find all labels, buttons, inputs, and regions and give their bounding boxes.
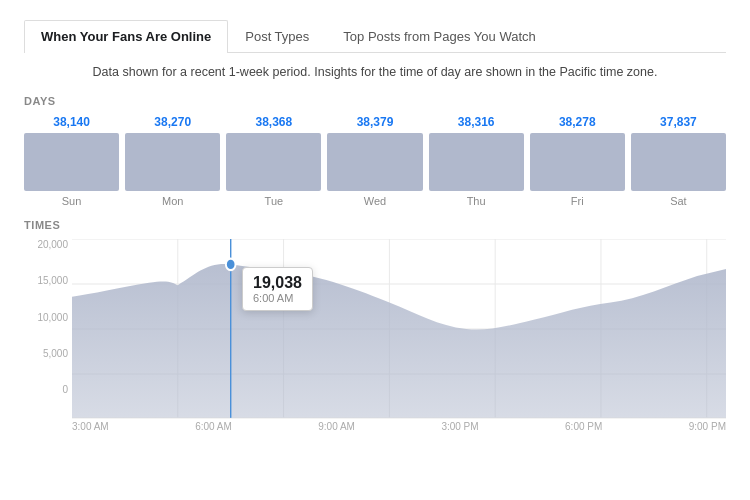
days-label: DAYS xyxy=(24,95,726,107)
day-col-fri: 38,278Fri xyxy=(530,115,625,207)
day-value: 38,368 xyxy=(256,115,293,129)
day-value: 38,379 xyxy=(357,115,394,129)
day-col-mon: 38,270Mon xyxy=(125,115,220,207)
cursor-dot xyxy=(226,259,236,271)
page-container: When Your Fans Are Online Post Types Top… xyxy=(0,0,750,500)
y-axis-label: 20,000 xyxy=(37,239,68,250)
day-name-label: Sun xyxy=(62,195,82,207)
y-axis-label: 15,000 xyxy=(37,275,68,286)
y-axis-label: 0 xyxy=(62,384,68,395)
x-axis-label: 3:00 AM xyxy=(72,421,109,432)
day-name-label: Mon xyxy=(162,195,183,207)
tab-post-types[interactable]: Post Types xyxy=(228,20,326,52)
tab-top-posts[interactable]: Top Posts from Pages You Watch xyxy=(326,20,552,52)
area-fill xyxy=(72,264,726,418)
day-bar xyxy=(24,133,119,191)
day-col-tue: 38,368Tue xyxy=(226,115,321,207)
days-grid: 38,140Sun38,270Mon38,368Tue38,379Wed38,3… xyxy=(24,115,726,207)
day-bar xyxy=(631,133,726,191)
x-axis-label: 9:00 AM xyxy=(318,421,355,432)
y-axis-label: 5,000 xyxy=(43,348,68,359)
day-name-label: Tue xyxy=(265,195,284,207)
day-col-wed: 38,379Wed xyxy=(327,115,422,207)
day-name-label: Wed xyxy=(364,195,386,207)
day-value: 38,316 xyxy=(458,115,495,129)
day-value: 38,140 xyxy=(53,115,90,129)
day-bar xyxy=(327,133,422,191)
day-name-label: Sat xyxy=(670,195,687,207)
day-col-sun: 38,140Sun xyxy=(24,115,119,207)
day-col-sat: 37,837Sat xyxy=(631,115,726,207)
x-axis-label: 3:00 PM xyxy=(441,421,478,432)
times-section: TIMES 20,00015,00010,0005,0000 xyxy=(24,219,726,432)
day-value: 37,837 xyxy=(660,115,697,129)
day-bar xyxy=(226,133,321,191)
day-value: 38,270 xyxy=(154,115,191,129)
day-bar xyxy=(429,133,524,191)
tab-when-fans-online[interactable]: When Your Fans Are Online xyxy=(24,20,228,53)
day-bar xyxy=(125,133,220,191)
chart-inner: 19,038 6:00 AM xyxy=(72,239,726,419)
x-axis-label: 6:00 PM xyxy=(565,421,602,432)
tab-bar: When Your Fans Are Online Post Types Top… xyxy=(24,20,726,53)
day-name-label: Fri xyxy=(571,195,584,207)
y-axis: 20,00015,00010,0005,0000 xyxy=(24,239,72,395)
x-axis-label: 6:00 AM xyxy=(195,421,232,432)
subtitle-text: Data shown for a recent 1-week period. I… xyxy=(24,65,726,79)
x-axis-label: 9:00 PM xyxy=(689,421,726,432)
day-bar xyxy=(530,133,625,191)
line-chart xyxy=(72,239,726,419)
day-col-thu: 38,316Thu xyxy=(429,115,524,207)
times-label: TIMES xyxy=(24,219,726,231)
day-value: 38,278 xyxy=(559,115,596,129)
days-section: DAYS 38,140Sun38,270Mon38,368Tue38,379We… xyxy=(24,95,726,207)
day-name-label: Thu xyxy=(467,195,486,207)
y-axis-label: 10,000 xyxy=(37,312,68,323)
x-axis: 3:00 AM6:00 AM9:00 AM3:00 PM6:00 PM9:00 … xyxy=(24,421,726,432)
chart-area: 20,00015,00010,0005,0000 xyxy=(24,239,726,419)
